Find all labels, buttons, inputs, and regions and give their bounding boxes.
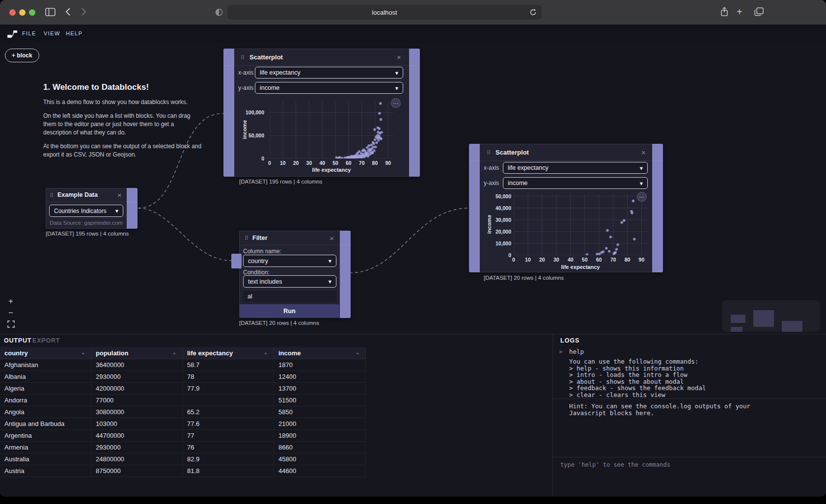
column-header-population[interactable]: population▲ — [91, 347, 183, 359]
table-cell: 2930000 — [91, 371, 183, 382]
table-cell: 30800000 — [91, 406, 183, 418]
prompt-chevron-icon: > — [559, 348, 563, 355]
app-logo-icon[interactable] — [7, 29, 18, 40]
minimap[interactable] — [722, 300, 820, 332]
table-cell: 45800 — [274, 453, 366, 465]
welcome-note: 1. Welcome to Datablocks! This is a demo… — [43, 82, 202, 164]
node-scatterplot-2[interactable]: ⠿ Scatterplot × x-axis life expectancy ▾… — [469, 144, 663, 272]
chart-options-icon[interactable]: ⋯ — [637, 192, 647, 202]
log-line: > clear - clears this view — [569, 392, 706, 398]
close-icon[interactable]: × — [117, 191, 122, 199]
table-cell: 58.7 — [183, 359, 274, 371]
menu-view[interactable]: VIEW — [44, 30, 60, 36]
chart-y-ticks: 010,00020,00030,00040,00050,000 — [479, 194, 511, 255]
edge-filter-scatterplot2 — [350, 208, 469, 273]
close-window-button[interactable] — [9, 9, 16, 16]
minimap-node — [753, 310, 774, 327]
dataset-value: Countries Indicators — [54, 208, 107, 214]
chart-area: income 050,000100,000 010203040506070809… — [224, 49, 419, 176]
table-cell: 51500 — [274, 395, 366, 406]
output-table: country▲population▲life expectancy▲incom… — [0, 347, 366, 477]
sort-asc-icon: ▲ — [81, 351, 85, 355]
chevron-down-icon: ▾ — [115, 207, 118, 214]
node-filter[interactable]: ⠿ Filter × Column name: country ▾ Condit… — [239, 231, 351, 318]
back-icon[interactable] — [65, 7, 71, 18]
tab-overview-icon[interactable] — [754, 7, 764, 18]
maximize-window-button[interactable] — [29, 9, 35, 16]
column-header-income[interactable]: income▲ — [274, 347, 366, 359]
table-cell: Algeria — [0, 383, 91, 394]
condition-value: text includes — [248, 278, 282, 285]
column-name-label: Column name: — [243, 248, 281, 255]
column-select[interactable]: country ▾ — [243, 255, 336, 267]
data-source-text: Data Source: gapminder.com — [50, 220, 123, 226]
table-row[interactable]: Argentina447000007718900 — [0, 430, 366, 442]
minimize-window-button[interactable] — [19, 9, 26, 16]
url-field[interactable]: localhost — [227, 5, 542, 20]
table-row[interactable]: Austria875000081.844600 — [0, 465, 366, 477]
log-line: > feedback - shows the feedback modal — [569, 385, 706, 392]
tab-export[interactable]: EXPORT — [32, 337, 60, 344]
table-cell: 44700000 — [91, 430, 183, 441]
logs-command-input[interactable] — [553, 457, 826, 470]
table-cell: 103000 — [91, 418, 183, 429]
table-row[interactable]: Afghanistan3640000058.71870 — [0, 359, 366, 371]
table-cell: 12400 — [274, 371, 366, 382]
condition-label: Condition: — [243, 269, 270, 276]
welcome-paragraph-3: At the bottom you can see the output of … — [43, 142, 202, 159]
log-entered-command: help — [569, 348, 584, 355]
sort-asc-icon: ▲ — [172, 351, 176, 355]
node-scatterplot-1[interactable]: ⠿ Scatterplot × x-axis life expectancy ▾… — [223, 49, 420, 177]
dataset-caption: [DATASET] 20 rows | 4 columns — [239, 320, 319, 326]
table-row[interactable]: Albania29300007812400 — [0, 371, 366, 383]
chart-x-ticks: 0102030405060708090 — [514, 257, 647, 263]
bottom-panel: OUTPUT EXPORT country▲population▲life ex… — [0, 334, 826, 497]
node-example-data[interactable]: ⠿ Example Data × Countries Indicators ▾ … — [46, 188, 138, 229]
drag-handle-icon[interactable]: ⠿ — [50, 192, 53, 199]
table-row[interactable]: Algeria4200000077.913700 — [0, 383, 366, 395]
app-menu-bar: FILE VIEW HELP — [0, 25, 826, 44]
table-cell: 77000 — [91, 395, 183, 406]
condition-select[interactable]: text includes ▾ — [243, 275, 336, 288]
column-header-country[interactable]: country▲ — [0, 347, 91, 359]
table-cell: 13700 — [274, 383, 366, 394]
dataset-caption: [DATASET] 195 rows | 4 columns — [46, 231, 129, 237]
chart-options-icon[interactable]: ⋯ — [391, 98, 401, 108]
node-header: ⠿ Filter × — [240, 231, 350, 245]
tab-output[interactable]: OUTPUT — [4, 337, 31, 344]
edge-exampledata-filter — [138, 208, 231, 261]
table-row[interactable]: Australia2480000082.945800 — [0, 453, 366, 465]
zoom-in-button[interactable]: + — [6, 296, 16, 306]
forward-icon[interactable] — [81, 7, 86, 18]
table-cell: 78 — [183, 371, 274, 382]
table-row[interactable]: Andorra7700051500 — [0, 395, 366, 406]
menu-help[interactable]: HELP — [66, 30, 83, 36]
run-button[interactable]: Run — [240, 304, 339, 318]
share-icon[interactable] — [720, 6, 729, 19]
sidebar-toggle-icon[interactable] — [45, 8, 55, 18]
filter-query-input[interactable] — [243, 291, 336, 302]
table-row[interactable]: Antigua and Barbuda10300077.621000 — [0, 418, 366, 430]
table-cell: Albania — [0, 371, 91, 382]
flow-canvas[interactable]: + block 1. Welcome to Datablocks! This i… — [0, 43, 826, 334]
drag-handle-icon[interactable]: ⠿ — [245, 235, 248, 241]
fullscreen-icon — [7, 320, 15, 328]
column-value: country — [248, 258, 268, 265]
new-tab-icon[interactable]: + — [737, 7, 743, 16]
menu-file[interactable]: FILE — [22, 30, 36, 36]
close-icon[interactable]: × — [330, 235, 334, 242]
logs-panel: LOGS > help You can use the following co… — [552, 334, 826, 497]
table-cell: 5850 — [274, 406, 366, 418]
add-block-button[interactable]: + block — [5, 49, 39, 62]
chart-x-ticks: 0102030405060708090 — [270, 160, 393, 166]
reload-icon[interactable] — [529, 8, 537, 18]
table-cell: Austria — [0, 465, 91, 477]
zoom-out-button[interactable]: − — [6, 308, 16, 318]
privacy-shield-icon[interactable] — [215, 8, 223, 18]
table-row[interactable]: Angola3080000065.25850 — [0, 406, 366, 418]
column-header-life-expectancy[interactable]: life expectancy▲ — [183, 347, 274, 359]
fit-view-button[interactable] — [6, 319, 16, 329]
dataset-select[interactable]: Countries Indicators ▾ — [49, 205, 123, 217]
input-handle[interactable] — [231, 254, 242, 268]
table-row[interactable]: Armenia2930000768660 — [0, 442, 366, 453]
